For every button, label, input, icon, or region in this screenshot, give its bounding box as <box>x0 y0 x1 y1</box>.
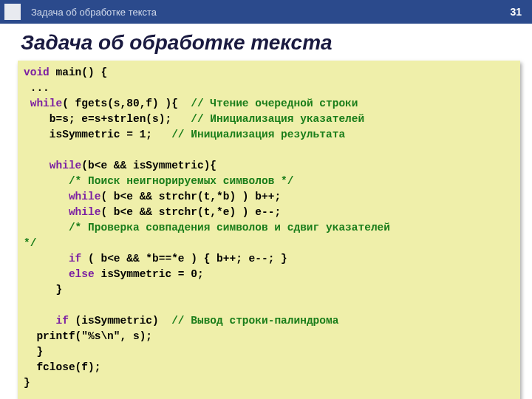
code-token: while <box>69 191 101 202</box>
code-token <box>24 160 50 171</box>
page-number: 31 <box>510 6 522 18</box>
code-token: fclose(f); <box>24 361 100 373</box>
code-token <box>24 268 69 280</box>
code-token: /* Проверка совпадения символов и сдвиг … <box>69 222 390 233</box>
code-token <box>24 206 69 218</box>
code-token: // Инициализация результата <box>171 129 345 140</box>
code-token <box>24 175 69 187</box>
code-token: /* Поиск неигнорируемых символов */ <box>69 175 294 187</box>
code-token: void <box>24 66 50 78</box>
code-token <box>24 98 30 109</box>
code-token <box>24 191 69 202</box>
code-token: // Вывод строки-палиндрома <box>171 315 338 327</box>
code-token: main() { <box>50 66 107 78</box>
code-token: ... <box>24 82 50 94</box>
code-token: ( b<e && strchr(t,*b) ) b++; <box>100 191 281 202</box>
slide-header: Задача об обработке текста 31 <box>0 0 532 24</box>
code-token: } <box>24 377 30 389</box>
code-token: } <box>24 346 43 358</box>
code-token: (isSymmetric) <box>69 315 171 327</box>
code-token: isSymmetric = 1; <box>24 129 171 140</box>
code-token: // Чтение очередной строки <box>191 98 358 109</box>
code-token: // Инициализация указателей <box>191 113 364 125</box>
breadcrumb: Задача об обработке текста <box>31 7 510 18</box>
code-token <box>24 222 69 233</box>
code-token: } <box>24 284 62 296</box>
code-token <box>24 315 56 327</box>
code-token: while <box>50 160 82 171</box>
code-token: if <box>69 253 81 265</box>
code-token: */ <box>24 237 36 249</box>
code-token: printf("%s\n", s); <box>24 330 152 342</box>
code-token: ( b<e && *b==*e ) { b++; e--; } <box>81 253 287 265</box>
code-token: isSymmetric = 0; <box>95 268 204 280</box>
code-token <box>24 253 69 265</box>
code-token: (b<e && isSymmetric){ <box>81 160 216 171</box>
code-token: if <box>56 315 69 327</box>
header-logo-square <box>4 4 21 20</box>
slide-title: Задача об обработке текста <box>0 24 532 61</box>
code-token: else <box>69 268 95 280</box>
code-token: ( fgets(s,80,f) ){ <box>62 98 191 109</box>
code-token: b=s; e=s+strlen(s); <box>24 113 191 125</box>
code-token: while <box>30 98 63 109</box>
code-block: void main() { ... while( fgets(s,80,f) )… <box>18 61 520 399</box>
code-token: ( b<e && strchr(t,*e) ) e--; <box>100 206 281 218</box>
code-token: while <box>69 206 101 218</box>
